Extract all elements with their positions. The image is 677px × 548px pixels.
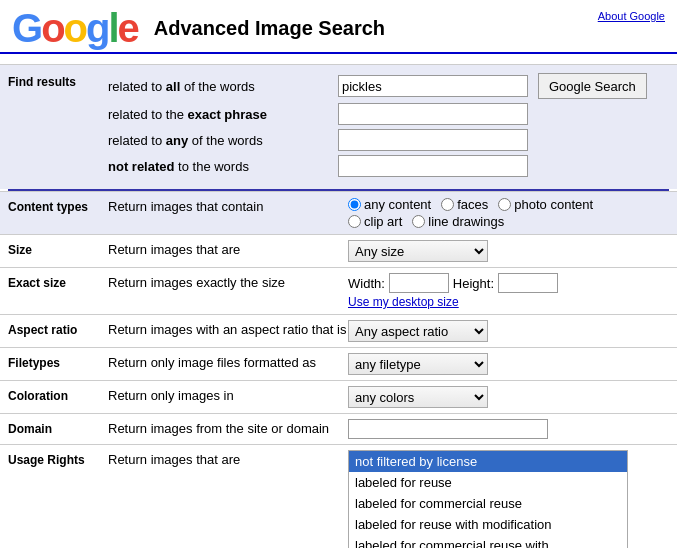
aspect-ratio-desc: Return images with an aspect ratio that …	[108, 320, 348, 337]
filetypes-control: any filetype JPG GIF PNG BMP SVG WEBP IC…	[348, 353, 669, 375]
usage-rights-option-3[interactable]: labeled for commercial reuse	[349, 493, 627, 514]
domain-control	[348, 419, 669, 439]
size-control: Any size Large Medium Icons	[348, 240, 669, 262]
filetypes-label: Filetypes	[8, 353, 108, 370]
coloration-dropdown[interactable]: any colors full color black and white	[348, 386, 488, 408]
size-desc: Return images that are	[108, 240, 348, 257]
content-photo-radio[interactable]	[498, 198, 511, 211]
usage-rights-option-2[interactable]: labeled for reuse	[349, 472, 627, 493]
find-input-any[interactable]	[338, 129, 528, 151]
find-results-label: Find results	[8, 73, 108, 181]
about-google-link[interactable]: About Google	[598, 10, 665, 22]
domain-desc: Return images from the site or domain	[108, 419, 348, 436]
coloration-control: any colors full color black and white	[348, 386, 669, 408]
size-section: Size Return images that are Any size Lar…	[0, 234, 677, 267]
content-type-photo[interactable]: photo content	[498, 197, 593, 212]
find-input-not[interactable]	[338, 155, 528, 177]
width-input[interactable]	[389, 273, 449, 293]
main-content: Find results related to all of the words…	[0, 54, 677, 548]
find-row-any-label: related to any of the words	[108, 133, 338, 148]
find-row-not-label: not related to the words	[108, 159, 338, 174]
exact-size-desc: Return images exactly the size	[108, 273, 348, 290]
find-row-any: related to any of the words	[108, 129, 669, 151]
content-clipart-radio[interactable]	[348, 215, 361, 228]
page-title: Advanced Image Search	[154, 17, 385, 40]
usage-rights-dropdown-open: not filtered by license labeled for reus…	[348, 450, 628, 548]
usage-rights-control: not filtered by license not filtered by …	[348, 450, 669, 548]
filetypes-dropdown[interactable]: any filetype JPG GIF PNG BMP SVG WEBP IC…	[348, 353, 488, 375]
content-type-faces[interactable]: faces	[441, 197, 488, 212]
domain-label: Domain	[8, 419, 108, 436]
coloration-section: Coloration Return only images in any col…	[0, 380, 677, 413]
content-types-section: Content types Return images that contain…	[0, 191, 677, 234]
domain-section: Domain Return images from the site or do…	[0, 413, 677, 444]
height-label: Height:	[453, 276, 494, 291]
google-logo: Google	[12, 8, 138, 48]
content-types-label: Content types	[8, 197, 108, 214]
google-search-button[interactable]: Google Search	[538, 73, 647, 99]
exact-size-row: Width: Height:	[348, 273, 669, 293]
filetypes-section: Filetypes Return only image files format…	[0, 347, 677, 380]
aspect-ratio-section: Aspect ratio Return images with an aspec…	[0, 314, 677, 347]
content-types-desc: Return images that contain	[108, 197, 348, 214]
domain-input[interactable]	[348, 419, 548, 439]
find-row-all: related to all of the words Google Searc…	[108, 73, 669, 99]
header: Google Advanced Image Search About Googl…	[0, 0, 677, 54]
content-types-controls: any content faces photo content clip art…	[348, 197, 669, 229]
desktop-size-link[interactable]: Use my desktop size	[348, 295, 669, 309]
exact-size-control: Width: Height: Use my desktop size	[348, 273, 669, 309]
content-faces-radio[interactable]	[441, 198, 454, 211]
usage-rights-option-4[interactable]: labeled for reuse with modification	[349, 514, 627, 535]
height-input[interactable]	[498, 273, 558, 293]
find-results-section: Find results related to all of the words…	[0, 64, 677, 189]
find-row-all-label: related to all of the words	[108, 79, 338, 94]
content-type-any[interactable]: any content	[348, 197, 431, 212]
width-label: Width:	[348, 276, 385, 291]
aspect-ratio-label: Aspect ratio	[8, 320, 108, 337]
find-row-not: not related to the words	[108, 155, 669, 177]
exact-size-section: Exact size Return images exactly the siz…	[0, 267, 677, 314]
find-input-exact[interactable]	[338, 103, 528, 125]
content-any-radio[interactable]	[348, 198, 361, 211]
usage-rights-label: Usage Rights	[8, 450, 108, 467]
exact-size-label: Exact size	[8, 273, 108, 290]
usage-rights-desc: Return images that are	[108, 450, 348, 467]
find-results-body: related to all of the words Google Searc…	[108, 73, 669, 181]
aspect-ratio-control: Any aspect ratio Tall Square Wide Panora…	[348, 320, 669, 342]
coloration-label: Coloration	[8, 386, 108, 403]
usage-rights-option-5[interactable]: labeled for commercial reuse with modifi…	[349, 535, 627, 548]
find-row-exact-label: related to the exact phrase	[108, 107, 338, 122]
find-input-all[interactable]	[338, 75, 528, 97]
content-type-clipart[interactable]: clip art	[348, 214, 402, 229]
filetypes-desc: Return only image files formatted as	[108, 353, 348, 370]
aspect-ratio-dropdown[interactable]: Any aspect ratio Tall Square Wide Panora…	[348, 320, 488, 342]
find-row-exact: related to the exact phrase	[108, 103, 669, 125]
content-type-line[interactable]: line drawings	[412, 214, 504, 229]
size-label: Size	[8, 240, 108, 257]
size-dropdown[interactable]: Any size Large Medium Icons	[348, 240, 488, 262]
usage-rights-section: Usage Rights Return images that are not …	[0, 444, 677, 548]
coloration-desc: Return only images in	[108, 386, 348, 403]
usage-rights-option-1[interactable]: not filtered by license	[349, 451, 627, 472]
content-line-radio[interactable]	[412, 215, 425, 228]
